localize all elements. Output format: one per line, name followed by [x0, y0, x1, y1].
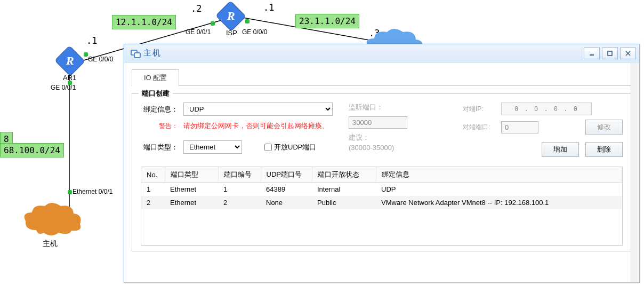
port-dot [245, 19, 249, 23]
port-isp-ge000: GE 0/0/0 [242, 28, 267, 36]
port-table[interactable]: No. 端口类型 端口编号 UDP端口号 端口开放状态 绑定信息 1Ethern… [141, 167, 623, 246]
table-row[interactable]: 1Ethernet164389InternalUDP [141, 183, 622, 196]
minimize-button[interactable] [584, 48, 600, 59]
cell-type: Ethernet [165, 183, 218, 196]
svg-rect-4 [608, 51, 612, 56]
peer-ip-input: 0 . 0 . 0 . 0 [501, 102, 592, 115]
router-isp-label: ISP [226, 29, 237, 37]
tabstrip: IO 配置 [132, 69, 632, 86]
cell-type: Ethernet [165, 196, 218, 209]
cell-state: Public [312, 196, 376, 209]
cell-num: 2 [218, 196, 261, 209]
peer-ip-label: 对端IP: [463, 105, 496, 114]
bind-select[interactable]: UDP [183, 102, 333, 116]
port-dot [68, 190, 72, 194]
host-cloud-label: 主机 [43, 239, 58, 249]
port-type-label: 端口类型： [141, 143, 178, 152]
port-dot [211, 21, 215, 26]
port-dot [84, 52, 88, 57]
delete-button[interactable]: 删除 [585, 142, 623, 157]
octet-isp-left: .2 [191, 3, 202, 14]
warn-label: 警告： [141, 122, 178, 131]
close-button[interactable] [620, 48, 636, 59]
suggest-label: 建议： [349, 133, 450, 143]
col-state: 端口开放状态 [312, 167, 376, 183]
table-header-row: No. 端口类型 端口编号 UDP端口号 端口开放状态 绑定信息 [141, 167, 622, 183]
scrollbar[interactable] [631, 63, 639, 282]
table-row[interactable]: 2Ethernet2NonePublicVMware Network Adapt… [141, 196, 622, 209]
listen-port-label: 监听端口： [349, 102, 383, 112]
col-num: 端口编号 [218, 167, 261, 183]
add-button[interactable]: 增加 [542, 142, 579, 157]
host-dialog: 主机 IO 配置 端口创建 绑定信息： UDP [124, 44, 640, 283]
bind-label: 绑定信息： [141, 105, 178, 114]
listen-port-input [349, 116, 407, 129]
cell-no: 2 [141, 196, 165, 209]
col-udp: UDP端口号 [261, 167, 312, 183]
port-type-select[interactable]: Ethernet [183, 140, 242, 154]
col-bind: 绑定信息 [376, 167, 622, 183]
cell-no: 1 [141, 183, 165, 196]
octet-isp-right: .1 [263, 2, 274, 13]
cell-bind: UDP [376, 183, 622, 196]
modify-button: 修改 [585, 120, 623, 135]
titlebar[interactable]: 主机 [124, 44, 639, 62]
col-no: No. [141, 167, 165, 183]
open-udp-checkbox-label: 开放UDP端口 [274, 143, 316, 152]
octet-ar1: .1 [86, 35, 97, 46]
col-type: 端口类型 [165, 167, 218, 183]
cell-udp: None [261, 196, 312, 209]
port-create-group: 端口创建 绑定信息： UDP 警告： 请勿绑定公网网卡，否则可能会引起网络瘫痪。 [132, 93, 632, 251]
subnet-label-right: 23.1.1.0/24 [295, 14, 359, 28]
cell-udp: 64389 [261, 183, 312, 196]
open-udp-checkbox-input[interactable] [264, 144, 272, 151]
maximize-button[interactable] [602, 48, 618, 59]
cell-state: Internal [312, 183, 376, 196]
subnet-label-left: 12.1.1.0/24 [112, 15, 176, 29]
port-dot [68, 81, 72, 85]
group-title: 端口创建 [139, 89, 173, 98]
port-ar1-ge000: GE 0/0/0 [88, 56, 113, 63]
suggest-range: (30000-35000) [349, 144, 450, 152]
subnet-label-lan: 68.100.0/24 [0, 143, 64, 157]
peer-port-label: 对端端口: [463, 123, 496, 132]
cell-bind: VMware Network Adapter VMnet8 -- IP: 192… [376, 196, 622, 209]
window-title: 主机 [143, 48, 162, 58]
warn-text: 请勿绑定公网网卡，否则可能会引起网络瘫痪。 [183, 121, 329, 131]
open-udp-checkbox[interactable]: 开放UDP端口 [264, 143, 316, 152]
cell-num: 1 [218, 183, 261, 196]
tab-io-config[interactable]: IO 配置 [132, 69, 179, 86]
port-isp-ge001: GE 0/0/1 [186, 28, 211, 36]
port-ar1-ge001: GE 0/0/1 [51, 84, 76, 91]
peer-port-input [501, 121, 538, 133]
port-host-eth: Ethernet 0/0/1 [73, 188, 112, 195]
host-cloud-icon[interactable] [20, 201, 84, 238]
app-icon [131, 50, 140, 57]
